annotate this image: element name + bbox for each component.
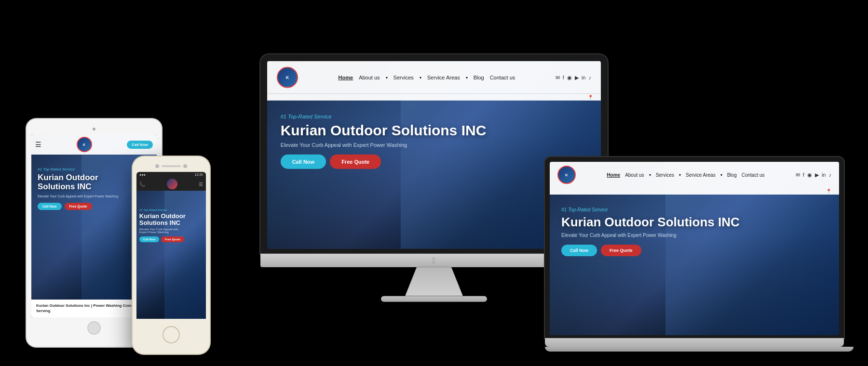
laptop-mail-icon[interactable]: ✉ <box>796 172 800 178</box>
phone-time: 13:20 <box>194 173 203 176</box>
tablet-tagline: #1 Top-Rated Service <box>38 167 118 171</box>
laptop-hero-buttons: Call Now Free Quote <box>561 245 740 256</box>
laptop-hero-tagline: #1 Top-Rated Service <box>561 207 740 212</box>
tablet-call-now[interactable]: Call Now <box>38 203 62 210</box>
phone-top-bar <box>136 164 206 168</box>
tablet-title: Kurian OutdoorSolutions INC <box>38 173 118 191</box>
instagram-icon[interactable]: ◉ <box>567 74 572 80</box>
linkedin-icon[interactable]: in <box>582 75 586 80</box>
desktop-hero-content: #1 Top-Rated Service Kurian Outdoor Solu… <box>281 114 487 169</box>
tablet-hamburger-icon[interactable]: ☰ <box>35 141 41 148</box>
nav-blog[interactable]: Blog <box>474 75 484 80</box>
nav-logo: K <box>277 67 298 88</box>
phone-nav: 📞 ☰ <box>136 177 206 191</box>
mail-icon[interactable]: ✉ <box>556 74 560 80</box>
facebook-icon[interactable]: f <box>563 75 564 80</box>
laptop-nav-row2: 📍 <box>550 188 839 195</box>
phone-home-button[interactable] <box>163 326 180 343</box>
hero-tagline: #1 Top-Rated Service <box>281 114 487 119</box>
laptop-location-icon: 📍 <box>826 189 831 194</box>
main-scene: K Home About us ▾ Services ▾ Service Are… <box>0 0 868 366</box>
nav-about[interactable]: About us <box>359 75 380 80</box>
laptop-fb-icon[interactable]: f <box>803 172 804 178</box>
apple-logo-icon:  <box>433 255 436 265</box>
laptop-hinge <box>545 338 844 347</box>
phone-subtitle: Elevate Your Curb Appeal withExpert Powe… <box>139 228 203 234</box>
laptop-base <box>545 347 854 352</box>
phone-buttons: Call Now Free Quote <box>139 236 203 242</box>
laptop-nav-logo: K <box>557 166 576 184</box>
phone-body: ●●● 13:20 📞 ☰ #1 Top-Rated Service <box>133 157 210 354</box>
phone-quote-btn[interactable]: Free Quote <box>161 236 184 242</box>
tablet-subtitle: Elevate Your Curb Appeal with Expert Pow… <box>38 195 118 198</box>
phone-menu-icon: ☰ <box>199 182 203 187</box>
laptop-nav-service-areas[interactable]: Service Areas <box>686 172 716 178</box>
phone-tel-icon: 📞 <box>139 182 145 187</box>
laptop-device: K Home About us▾ Services▾ Service Areas… <box>545 157 844 352</box>
laptop-nav-home[interactable]: Home <box>607 172 620 178</box>
tablet-hero-buttons: Call Now Free Quote <box>38 203 118 210</box>
free-quote-button[interactable]: Free Quote <box>330 155 381 169</box>
laptop-nav-blog[interactable]: Blog <box>727 172 737 178</box>
nav-services[interactable]: Services <box>393 75 414 80</box>
laptop-body: K Home About us▾ Services▾ Service Areas… <box>545 157 844 352</box>
phone-device: ●●● 13:20 📞 ☰ #1 Top-Rated Service <box>133 157 210 354</box>
laptop-nav-services[interactable]: Services <box>656 172 674 178</box>
laptop-hero-subtitle: Elevate Your Curb Appeal with Expert Pow… <box>561 233 740 238</box>
phone-sensor <box>183 164 187 168</box>
laptop-nav-about[interactable]: About us <box>625 172 644 178</box>
nav-home[interactable]: Home <box>339 75 353 80</box>
hero-subtitle: Elevate Your Curb Appeal with Expert Pow… <box>281 142 487 148</box>
tablet-call-btn[interactable]: Call Now <box>127 141 153 149</box>
logo-icon: K <box>277 67 298 88</box>
laptop-li-icon[interactable]: in <box>822 172 826 178</box>
nav-second-row: 📍 <box>267 94 601 101</box>
laptop-free-quote-button[interactable]: Free Quote <box>601 245 641 256</box>
location-icon: 📍 <box>588 95 593 100</box>
imac-stand <box>405 267 463 296</box>
phone-screen: ●●● 13:20 📞 ☰ #1 Top-Rated Service <box>136 172 206 321</box>
hero-title: Kurian Outdoor Solutions INC <box>281 122 487 138</box>
laptop-nav: K Home About us▾ Services▾ Service Areas… <box>550 162 839 188</box>
laptop-nav-contact[interactable]: Contact us <box>742 172 765 178</box>
desktop-nav-links: Home About us ▾ Services ▾ Service Areas… <box>339 75 515 80</box>
laptop-website: K Home About us▾ Services▾ Service Areas… <box>550 162 839 335</box>
laptop-tt-icon[interactable]: ♪ <box>828 172 831 178</box>
laptop-yt-icon[interactable]: ▶ <box>815 172 819 178</box>
laptop-screen: K Home About us▾ Services▾ Service Areas… <box>550 162 839 335</box>
desktop-social-icons: ✉ f ◉ ▶ in ♪ <box>556 74 591 80</box>
tablet-nav: ☰ K Call Now <box>31 134 157 155</box>
laptop-ig-icon[interactable]: ◉ <box>807 172 812 178</box>
nav-contact[interactable]: Contact us <box>490 75 515 80</box>
phone-call-btn[interactable]: Call Now <box>139 236 159 242</box>
laptop-screen-part: K Home About us▾ Services▾ Service Areas… <box>545 157 844 338</box>
laptop-social-icons: ✉ f ◉ ▶ in ♪ <box>796 172 831 178</box>
tablet-camera <box>93 128 95 131</box>
phone-logo <box>167 179 177 189</box>
tablet-home-button[interactable] <box>87 321 101 335</box>
laptop-logo-icon: K <box>557 166 576 184</box>
tiktok-icon[interactable]: ♪ <box>588 75 591 80</box>
tablet-logo-icon: K <box>77 137 92 152</box>
phone-hero: #1 Top-Rated Service Kurian OutdoorSolut… <box>139 209 203 243</box>
phone-title: Kurian OutdoorSolutions INC <box>139 213 203 227</box>
tablet-hero-content: #1 Top-Rated Service Kurian OutdoorSolut… <box>38 167 118 209</box>
phone-camera <box>155 164 159 168</box>
call-now-button[interactable]: Call Now <box>281 155 326 169</box>
nav-service-areas[interactable]: Service Areas <box>427 75 460 80</box>
laptop-hero-content: #1 Top-Rated Service Kurian Outdoor Solu… <box>561 207 740 257</box>
desktop-nav: K Home About us ▾ Services ▾ Service Are… <box>267 61 601 94</box>
phone-tagline: #1 Top-Rated Service <box>139 209 203 211</box>
phone-status-bar: ●●● 13:20 <box>136 172 206 177</box>
hero-buttons: Call Now Free Quote <box>281 155 487 169</box>
phone-signal: ●●● <box>139 173 146 176</box>
phone-website: 📞 ☰ #1 Top-Rated Service Kurian OutdoorS… <box>136 177 206 319</box>
imac-base <box>381 296 487 302</box>
youtube-icon[interactable]: ▶ <box>575 74 579 80</box>
tablet-logo: K <box>77 137 92 152</box>
phone-speaker <box>162 165 181 167</box>
tablet-free-quote[interactable]: Free Quote <box>65 203 92 210</box>
laptop-call-now-button[interactable]: Call Now <box>561 245 597 256</box>
phone-glass-building <box>164 177 206 319</box>
laptop-hero-title: Kurian Outdoor Solutions INC <box>561 215 740 229</box>
